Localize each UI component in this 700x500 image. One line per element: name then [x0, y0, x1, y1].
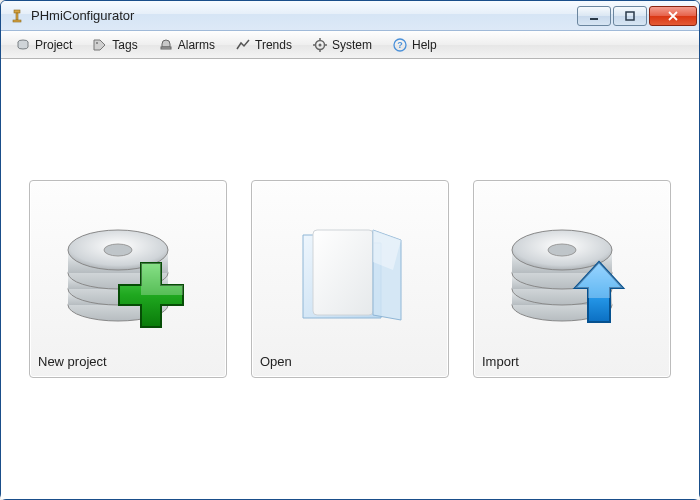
menu-label: Trends — [255, 38, 292, 52]
menu-label: Project — [35, 38, 72, 52]
menu-system[interactable]: System — [304, 34, 380, 56]
card-label: New project — [38, 350, 218, 369]
app-icon — [9, 8, 25, 24]
menu-tags[interactable]: Tags — [84, 34, 145, 56]
import-card[interactable]: Import — [473, 180, 671, 378]
database-plus-icon — [38, 189, 218, 350]
menu-project[interactable]: Project — [7, 34, 80, 56]
card-label: Import — [482, 350, 662, 369]
project-icon — [15, 37, 31, 53]
database-arrow-up-icon — [482, 189, 662, 350]
system-icon — [312, 37, 328, 53]
minimize-button[interactable] — [577, 6, 611, 26]
menu-label: System — [332, 38, 372, 52]
new-project-card[interactable]: New project — [29, 180, 227, 378]
help-icon: ? — [392, 37, 408, 53]
svg-rect-7 — [161, 47, 171, 49]
folder-open-icon — [260, 189, 440, 350]
tags-icon — [92, 37, 108, 53]
trends-icon — [235, 37, 251, 53]
svg-point-23 — [104, 244, 132, 256]
svg-rect-24 — [313, 230, 373, 315]
alarms-icon — [158, 37, 174, 53]
maximize-button[interactable] — [613, 6, 647, 26]
app-window: PHmiConfigurator Project — [0, 0, 700, 500]
window-title: PHmiConfigurator — [31, 8, 577, 23]
svg-rect-3 — [590, 18, 598, 20]
menubar: Project Tags Alarms Trends System — [1, 31, 699, 59]
svg-point-6 — [96, 42, 98, 44]
svg-text:?: ? — [397, 40, 403, 50]
close-button[interactable] — [649, 6, 697, 26]
svg-rect-0 — [14, 10, 20, 13]
svg-rect-4 — [626, 12, 634, 20]
svg-rect-1 — [16, 13, 18, 20]
menu-label: Alarms — [178, 38, 215, 52]
svg-point-32 — [548, 244, 576, 256]
menu-label: Tags — [112, 38, 137, 52]
open-card[interactable]: Open — [251, 180, 449, 378]
window-controls — [577, 6, 697, 26]
svg-point-9 — [318, 43, 321, 46]
titlebar: PHmiConfigurator — [1, 1, 699, 31]
menu-trends[interactable]: Trends — [227, 34, 300, 56]
svg-rect-2 — [13, 20, 21, 22]
menu-label: Help — [412, 38, 437, 52]
menu-help[interactable]: ? Help — [384, 34, 445, 56]
client-area: New project — [1, 59, 699, 499]
menu-alarms[interactable]: Alarms — [150, 34, 223, 56]
card-label: Open — [260, 350, 440, 369]
